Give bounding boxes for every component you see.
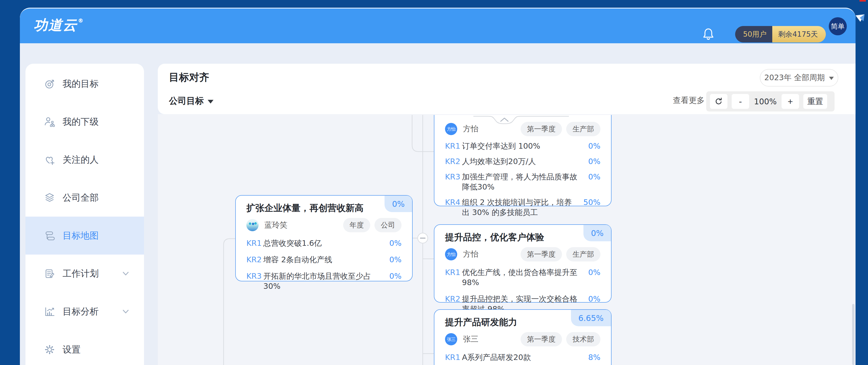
corner-fold-icon — [855, 14, 866, 24]
kr-row[interactable]: KR3 加强生产管理，将人为性品质事故降低30% 0% — [445, 172, 600, 192]
bell-icon[interactable] — [702, 28, 715, 41]
kr-label: KR1 — [445, 352, 462, 362]
dept-tag: 公司 — [374, 218, 402, 232]
sidebar-item-followed-people[interactable]: 关注的人 — [26, 141, 144, 179]
dept-tag: 生产部 — [566, 247, 600, 261]
kr-percent: 0% — [584, 267, 600, 277]
kr-row[interactable]: KR1 优化生产线，使出货合格率提升至 98% 0% — [445, 267, 600, 287]
period-tag: 第一季度 — [521, 332, 562, 346]
gear-icon — [44, 344, 55, 355]
sidebar-item-my-subordinates[interactable]: 我的下级 — [26, 103, 144, 141]
refresh-icon — [714, 97, 723, 106]
kr-label: KR2 — [445, 156, 462, 166]
top-edge-marker — [860, 0, 866, 2]
goal-scope-dropdown[interactable]: 公司目标 — [169, 95, 214, 107]
main-header-band: 目标对齐 公司目标 2023年 全部周期 查看更多 - 100% + — [158, 64, 856, 114]
period-filter-label: 2023年 全部周期 — [764, 73, 825, 83]
sidebar-item-work-plan[interactable]: 工作计划 — [26, 255, 144, 292]
scrollbar-thumb[interactable] — [852, 304, 855, 365]
period-tag: 第一季度 — [521, 247, 562, 261]
sidebar-item-settings[interactable]: 设置 — [26, 331, 144, 365]
app-logo: 功道云® — [34, 16, 84, 34]
kr-row[interactable]: KR2 人均效率达到20万/人 0% — [445, 156, 600, 166]
sidebar: 我的目标 我的下级 关注的人 — [26, 64, 144, 365]
sidebar-item-label: 目标分析 — [63, 306, 99, 318]
goal-card-production-1[interactable]: 方怡 方怡 第一季度 生产部 KR1 订单交付率达到 100% 0% KR2 人… — [434, 115, 612, 206]
kr-row[interactable]: KR1 订单交付率达到 100% 0% — [445, 141, 600, 151]
follow-heart-icon — [44, 154, 55, 165]
sidebar-item-my-goals[interactable]: 我的目标 — [26, 65, 144, 103]
owner-row: 方怡 方怡 第一季度 生产部 — [445, 247, 600, 261]
sidebar-item-goal-map[interactable]: 目标地图 — [26, 217, 144, 255]
kr-row[interactable]: KR4 组织 2 次技能培训与评比，培养出 30% 的多技能员工 50% — [445, 197, 600, 217]
goal-card-production-2[interactable]: 0% 提升品控，优化客户体验 方怡 方怡 第一季度 生产部 KR1 优化生产线，… — [434, 224, 612, 303]
subordinates-icon — [44, 116, 55, 128]
kr-label: KR1 — [246, 238, 264, 248]
sidebar-item-label: 我的下级 — [63, 116, 99, 128]
kr-percent: 0% — [384, 255, 402, 265]
reset-button[interactable]: 重置 — [803, 94, 827, 109]
kr-percent: 0% — [584, 172, 600, 182]
avatar: 方怡 — [445, 248, 457, 260]
kr-list: KR1 总营收突破1.6亿 0% KR2 增容 2条自动化产线 0% KR3 开… — [246, 238, 402, 291]
owner-name: 蓝玲笑 — [265, 220, 287, 230]
caret-down-icon — [829, 77, 834, 80]
kr-row[interactable]: KR1 A系列产品研发20款 8% — [445, 352, 600, 362]
sidebar-item-goal-analysis[interactable]: 目标分析 — [26, 292, 144, 331]
kr-label: KR2 — [445, 294, 462, 304]
users-count-badge: 50用户 — [735, 26, 772, 43]
kr-list: KR1 A系列产品研发20款 8% — [445, 352, 600, 362]
license-badge[interactable]: 50用户 剩余4175天 — [735, 26, 826, 43]
user-avatar[interactable]: 简单 — [829, 17, 847, 35]
avatar — [246, 219, 258, 231]
sidebar-item-label: 我的目标 — [63, 78, 99, 90]
kr-percent: 0% — [584, 294, 600, 304]
kr-text: 人均效率达到20万/人 — [462, 156, 584, 166]
zoom-out-button[interactable]: - — [732, 94, 749, 109]
layers-icon — [44, 192, 55, 203]
goal-card-company[interactable]: 0% 扩张企业体量，再创营收新高 蓝玲笑 年度 公司 KR1 总营收突破1.6亿… — [235, 195, 413, 281]
refresh-button[interactable] — [710, 94, 727, 109]
goal-card-tech[interactable]: 6.65% 提升产品研发能力 张三 张三 第一季度 技术部 KR1 A系列产品研… — [434, 309, 612, 365]
kr-row[interactable]: KR3 开拓新的华北市场且营收至少占30% 0% — [246, 271, 402, 291]
kr-label: KR4 — [445, 197, 462, 207]
sidebar-item-label: 公司全部 — [63, 192, 99, 204]
kr-percent: 0% — [584, 141, 600, 151]
collapse-connector-button[interactable] — [418, 233, 428, 243]
goal-title: 提升品控，优化客户体验 — [445, 231, 600, 244]
sidebar-item-label: 工作计划 — [63, 268, 99, 280]
kr-row[interactable]: KR1 总营收突破1.6亿 0% — [246, 238, 402, 248]
kr-label: KR1 — [445, 267, 462, 277]
zoom-level: 100% — [753, 97, 777, 106]
goal-map-icon — [44, 230, 55, 241]
goal-map-canvas[interactable]: 0% 扩张企业体量，再创营收新高 蓝玲笑 年度 公司 KR1 总营收突破1.6亿… — [158, 114, 856, 365]
sidebar-item-label: 设置 — [63, 343, 81, 356]
period-tag: 年度 — [343, 218, 370, 232]
kr-text: 增容 2条自动化产线 — [264, 255, 384, 265]
kr-text: 订单交付率达到 100% — [462, 141, 584, 151]
kr-text: 开拓新的华北市场且营收至少占30% — [264, 271, 384, 291]
caret-down-icon — [208, 100, 214, 104]
kr-percent: 8% — [584, 352, 600, 362]
owner-row: 蓝玲笑 年度 公司 — [246, 218, 402, 232]
kr-row[interactable]: KR2 增容 2条自动化产线 0% — [246, 255, 402, 265]
avatar: 张三 — [445, 333, 457, 345]
days-remaining-badge: 剩余4175天 — [772, 26, 826, 43]
owner-name: 张三 — [463, 334, 478, 344]
sidebar-item-company-all[interactable]: 公司全部 — [26, 179, 144, 217]
progress-badge: 0% — [384, 196, 412, 212]
kr-label: KR3 — [246, 271, 264, 281]
progress-badge: 0% — [584, 225, 611, 241]
zoom-in-button[interactable]: + — [781, 94, 799, 109]
dept-tag: 生产部 — [566, 122, 600, 136]
top-bar: 功道云® 50用户 剩余4175天 简单 — [20, 8, 856, 43]
kr-label: KR1 — [445, 141, 462, 151]
owner-name: 方怡 — [463, 124, 478, 134]
app-window: 功道云® 50用户 剩余4175天 简单 我的目标 — [20, 8, 856, 365]
kr-percent: 0% — [584, 156, 600, 166]
period-filter-dropdown[interactable]: 2023年 全部周期 — [760, 69, 838, 87]
page-title: 目标对齐 — [169, 71, 209, 84]
dept-tag: 技术部 — [566, 332, 600, 346]
kr-label: KR3 — [445, 172, 462, 182]
kr-list: KR1 订单交付率达到 100% 0% KR2 人均效率达到20万/人 0% K… — [445, 141, 600, 217]
